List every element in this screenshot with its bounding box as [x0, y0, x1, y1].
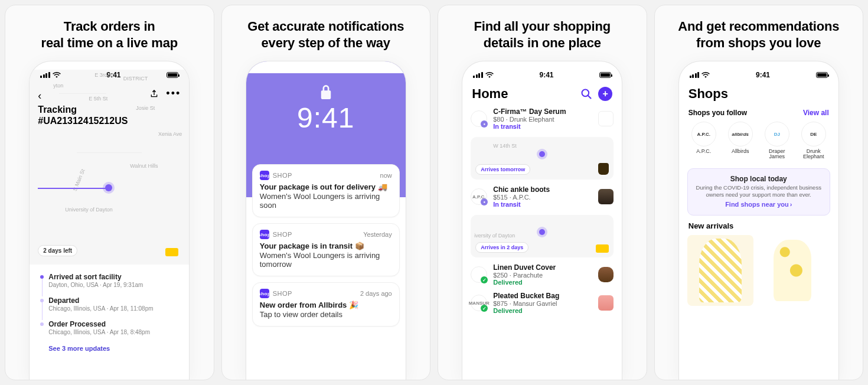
product-thumbnail [598, 267, 614, 282]
app-icon: shop [260, 171, 269, 180]
timeline-item: Departed Chicago, Illinois, USA · Apr 18… [39, 294, 180, 318]
order-meta: $80 · Drunk Elephant [493, 116, 592, 123]
mini-map[interactable]: W 14th St Arrives tomorrow [471, 137, 614, 180]
brand-item[interactable]: DEDrunk Elephant [798, 122, 829, 160]
see-more-link[interactable]: See 3 more updates [39, 341, 180, 352]
brand-item[interactable]: A.P.C.A.P.C. [688, 122, 719, 160]
promo-card[interactable]: Shop local today During the COVID-19 cri… [687, 168, 830, 216]
current-location-dot [105, 184, 112, 191]
brand-logo: allbirds [728, 122, 753, 146]
panel-title: Get accurate notifications every step of… [238, 5, 413, 56]
notification-card[interactable]: shopSHOP 2 days ago New order from Allbi… [252, 282, 400, 327]
brand-name: A.P.C. [696, 149, 711, 154]
order-meta: $250 · Parachute [493, 272, 592, 279]
signal-icon [257, 63, 267, 68]
street-label: Josie St [136, 105, 155, 111]
district-label: yton [53, 83, 63, 89]
notification-card[interactable]: shopSHOP Yesterday Your package is in tr… [252, 223, 400, 276]
svg-line-1 [588, 96, 591, 99]
tracking-heading: Tracking #UA21312415212US [38, 104, 128, 126]
timeline-title: Order Processed [48, 320, 180, 328]
mini-map[interactable]: iversity of Dayton Arrives in 2 days [471, 215, 614, 257]
brand-logo: DJ [765, 122, 789, 146]
street-label: E 5th St [89, 96, 107, 102]
wifi-icon [485, 72, 494, 78]
panel-home: Find all your shopping details in one pl… [438, 5, 647, 380]
timeline-meta: Chicago, Illinois, USA · Apr 18, 8:48pm [48, 329, 180, 335]
order-row[interactable]: C-Firma™ Day Serum $80 · Drunk Elephant … [471, 107, 614, 130]
new-arrivals-row [679, 235, 838, 306]
phone-frame: 9:41 shopSHOP now Your package is out fo… [246, 61, 406, 380]
order-list: C-Firma™ Day Serum $80 · Drunk Elephant … [462, 107, 622, 314]
notification-time: Yesterday [363, 231, 392, 238]
merchant-logo: A.P.C. [471, 188, 487, 205]
brand-logo: DE [801, 122, 826, 146]
order-meta: $875 · Mansur Gavriel [493, 300, 592, 307]
wifi-icon [53, 72, 61, 78]
district-label: DISTRICT [123, 76, 148, 81]
notification-body: Tap to view order details [260, 310, 392, 319]
brand-row: A.P.C.A.P.C. allbirdsAllbirds DJDraper J… [679, 122, 838, 164]
merchant-logo [471, 266, 487, 283]
merchant-logo: MANSUR [471, 295, 487, 311]
panel-title: Track orders in real time on a live map [32, 5, 187, 56]
eta-pill: 2 days left [38, 245, 77, 256]
eta-pill: Arrives in 2 days [475, 242, 528, 253]
brand-item[interactable]: DJDraper James [762, 122, 792, 160]
search-icon[interactable] [580, 88, 592, 100]
street-label: W 14th St [493, 143, 517, 149]
product-thumbnail [598, 111, 614, 126]
more-icon[interactable]: ••• [166, 87, 181, 100]
order-row[interactable]: MANSUR Pleated Bucket Bag $875 · Mansur … [471, 292, 614, 314]
product-card[interactable] [687, 235, 753, 306]
signal-icon [40, 72, 50, 78]
add-button[interactable]: + [598, 87, 612, 101]
chevron-right-icon: › [790, 201, 792, 208]
order-title: Linen Duvet Cover [493, 263, 592, 272]
product-thumbnail [598, 189, 614, 204]
notification-title: New order from Allbirds 🎉 [260, 301, 392, 309]
brand-item[interactable]: allbirdsAllbirds [725, 122, 756, 160]
street-label: Xenia Ave [158, 131, 182, 137]
promo-link[interactable]: Find shops near you › [725, 201, 792, 208]
order-title: Chic ankle boots [493, 185, 592, 194]
order-status: In transit [493, 123, 592, 130]
battery-icon [167, 72, 178, 78]
notification-body: Women's Wool Loungers is arriving soon [260, 192, 392, 210]
page-title: Shops [688, 86, 728, 102]
route-line [38, 188, 109, 189]
lock-time: 9:41 [297, 102, 354, 134]
promo-text: During the COVID-19 crisis, independent … [695, 184, 823, 198]
app-name: SHOP [273, 172, 292, 179]
battery-icon [599, 72, 611, 78]
order-status: Delivered [493, 307, 592, 314]
status-bar: 9:41 [679, 70, 838, 84]
timeline-title: Arrived at sort facility [48, 273, 180, 281]
carrier-badge-dhl [596, 244, 609, 253]
battery-icon [383, 63, 395, 68]
order-title: Pleated Bucket Bag [493, 292, 592, 300]
notification-card[interactable]: shopSHOP now Your package is out for del… [252, 164, 400, 217]
section-heading: New arrivals [679, 221, 838, 235]
page-title: Home [472, 86, 508, 102]
order-row[interactable]: Linen Duvet Cover $250 · Parachute Deliv… [471, 263, 614, 286]
tracking-map[interactable]: 9:41 ‹ ••• DISTRICT yton E 3rd St E 5th … [30, 70, 189, 265]
eta-pill: Arrives tomorrow [475, 164, 530, 175]
notification-time: now [380, 172, 392, 179]
view-all-link[interactable]: View all [803, 109, 829, 117]
share-icon[interactable] [149, 89, 159, 99]
order-meta: $515 · A.P.C. [493, 194, 592, 201]
order-status: In transit [493, 201, 592, 208]
tracking-label: Tracking [38, 105, 77, 115]
location-dot [539, 151, 545, 157]
timeline-meta: Dayton, Ohio, USA · Apr 19, 9:31am [48, 282, 180, 288]
location-dot [539, 229, 545, 235]
carrier-badge-dhl [165, 248, 178, 256]
signal-icon [690, 72, 700, 78]
phone-frame: 9:41 ‹ ••• DISTRICT yton E 3rd St E 5th … [30, 61, 189, 380]
order-row[interactable]: A.P.C. Chic ankle boots $515 · A.P.C. In… [471, 185, 614, 208]
back-button[interactable]: ‹ [38, 90, 41, 102]
product-card[interactable] [759, 235, 825, 306]
merchant-logo [471, 110, 487, 127]
brand-name: Allbirds [732, 149, 749, 154]
